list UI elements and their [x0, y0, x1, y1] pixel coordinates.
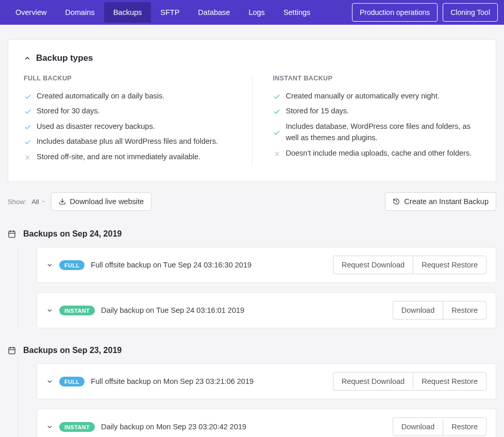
request-restore-button[interactable]: Request Restore: [413, 256, 486, 274]
download-button[interactable]: Download: [393, 301, 443, 320]
instant-backup-heading: INSTANT BACKUP: [273, 75, 481, 82]
feature-text: Doesn't include media uploads, cache and…: [286, 147, 472, 159]
instant-backup-column: INSTANT BACKUP Created manually or autom…: [253, 75, 481, 166]
request-restore-button[interactable]: Request Restore: [413, 372, 486, 391]
full-backup-column: FULL BACKUP Created automatically on a d…: [24, 75, 253, 166]
feature-text: Used as disaster recovery backups.: [37, 121, 155, 132]
backup-description: Daily backup on Mon Sep 23 03:20:42 2019: [101, 423, 246, 431]
create-instant-backup-button[interactable]: Create an Instant Backup: [385, 192, 496, 211]
backup-actions: DownloadRestore: [393, 417, 486, 436]
instant-badge: INSTANT: [59, 306, 95, 315]
feature-item: Stored off-site, and are not immediately…: [24, 151, 231, 162]
feature-text: Stored for 30 days.: [37, 105, 100, 116]
full-badge: FULL: [59, 260, 85, 270]
backup-row: INSTANTDaily backup on Tue Sep 24 03:16:…: [37, 292, 496, 328]
backup-group-title: Backups on Sep 24, 2019: [23, 229, 122, 239]
history-icon: [393, 198, 400, 205]
feature-item: Doesn't include media uploads, cache and…: [273, 147, 481, 159]
production-operations-button[interactable]: Production operations: [352, 3, 438, 22]
feature-item: Used as disaster recovery backups.: [24, 121, 231, 132]
backup-row: INSTANTDaily backup on Mon Sep 23 03:20:…: [37, 409, 496, 437]
full-badge: FULL: [59, 377, 85, 386]
feature-text: Stored for 15 days.: [286, 105, 349, 116]
feature-item: Includes database plus all WordPress fil…: [24, 136, 231, 147]
cloning-tool-button[interactable]: Cloning Tool: [443, 3, 498, 22]
backup-actions: DownloadRestore: [393, 301, 486, 320]
restore-button[interactable]: Restore: [443, 417, 486, 436]
backup-list: FULLFull offsite backup on Mon Sep 23 03…: [18, 363, 496, 437]
backup-row: FULLFull offsite backup on Mon Sep 23 03…: [37, 363, 496, 399]
backup-types-card: Backup types FULL BACKUP Created automat…: [8, 39, 496, 182]
feature-item: Created manually or automatically every …: [273, 90, 481, 102]
feature-item: Stored for 15 days.: [273, 105, 481, 116]
download-live-website-button[interactable]: Download live website: [51, 192, 152, 211]
backup-group-title: Backups on Sep 23, 2019: [23, 346, 122, 355]
chevron-down-icon[interactable]: [46, 307, 53, 314]
tab-backups[interactable]: Backups: [104, 2, 152, 23]
check-icon: [24, 107, 31, 116]
backup-group-header: Backups on Sep 24, 2019: [8, 229, 496, 239]
download-button[interactable]: Download: [393, 417, 443, 436]
calendar-icon: [8, 230, 16, 238]
feature-item: Created automatically on a daily basis.: [24, 90, 231, 102]
check-icon: [273, 92, 281, 102]
calendar-icon: [8, 346, 16, 355]
tab-overview[interactable]: Overview: [6, 2, 56, 23]
navbar: OverviewDomainsBackupsSFTPDatabaseLogsSe…: [0, 0, 504, 25]
tab-database[interactable]: Database: [189, 2, 239, 23]
content: Backup types FULL BACKUP Created automat…: [0, 25, 504, 437]
chevron-up-icon: [24, 55, 31, 62]
toolbar: Show: All Download live website Create a…: [8, 192, 496, 211]
svg-rect-9: [9, 348, 15, 354]
instant-badge: INSTANT: [59, 422, 95, 432]
chevron-down-icon[interactable]: [46, 262, 53, 268]
feature-text: Created automatically on a daily basis.: [37, 90, 164, 102]
feature-text: Stored off-site, and are not immediately…: [37, 151, 200, 162]
backup-types-title: Backup types: [36, 53, 93, 63]
feature-item: Stored for 30 days.: [24, 105, 231, 116]
show-label: Show:: [8, 198, 26, 206]
full-backup-heading: FULL BACKUP: [24, 75, 231, 82]
check-icon: [273, 122, 281, 144]
tab-domains[interactable]: Domains: [56, 2, 104, 23]
cross-icon: [24, 153, 31, 162]
feature-item: Includes database, WordPress core files …: [273, 121, 481, 144]
backup-actions: Request DownloadRequest Restore: [333, 256, 486, 274]
backup-actions: Request DownloadRequest Restore: [333, 372, 486, 391]
chevron-down-icon[interactable]: [46, 424, 53, 430]
restore-button[interactable]: Restore: [443, 301, 486, 320]
backup-group-header: Backups on Sep 23, 2019: [8, 346, 496, 355]
tab-logs[interactable]: Logs: [239, 2, 274, 23]
check-icon: [24, 92, 31, 102]
feature-text: Includes database plus all WordPress fil…: [37, 136, 218, 147]
tab-sftp[interactable]: SFTP: [151, 2, 189, 23]
backup-description: Full offsite backup on Tue Sep 24 03:16:…: [91, 261, 251, 269]
cross-icon: [273, 149, 281, 159]
feature-text: Created manually or automatically every …: [286, 90, 440, 102]
request-download-button[interactable]: Request Download: [333, 256, 413, 274]
tab-settings[interactable]: Settings: [274, 2, 320, 23]
backup-description: Full offsite backup on Mon Sep 23 03:21:…: [91, 377, 254, 385]
backup-types-toggle[interactable]: Backup types: [24, 53, 480, 63]
check-icon: [24, 122, 31, 132]
check-icon: [24, 137, 31, 147]
chevron-down-icon[interactable]: [46, 378, 53, 385]
download-icon: [59, 198, 66, 205]
filter-dropdown[interactable]: All: [31, 198, 45, 206]
feature-text: Includes database, WordPress core files …: [286, 121, 481, 144]
request-download-button[interactable]: Request Download: [333, 372, 413, 391]
backup-row: FULLFull offsite backup on Tue Sep 24 03…: [37, 247, 496, 283]
backup-list: FULLFull offsite backup on Tue Sep 24 03…: [18, 247, 496, 328]
backup-description: Daily backup on Tue Sep 24 03:16:01 2019: [101, 306, 244, 314]
svg-rect-5: [9, 231, 15, 238]
check-icon: [273, 107, 281, 116]
